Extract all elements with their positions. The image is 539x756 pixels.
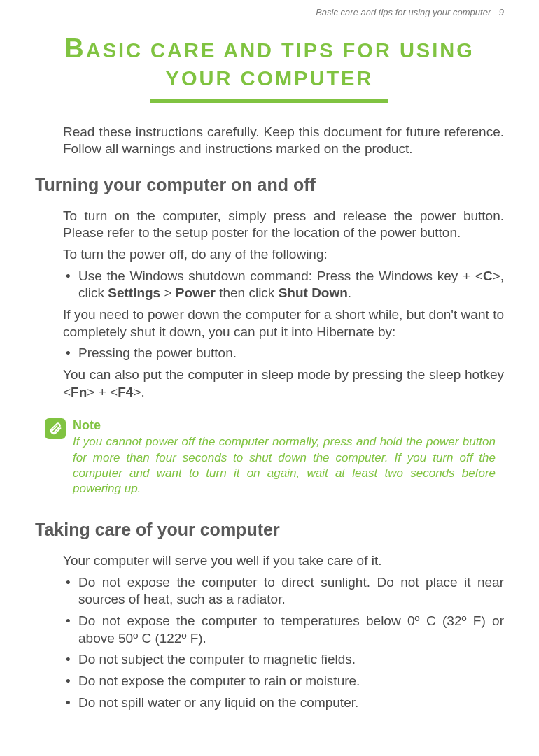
power-label: Power bbox=[176, 285, 216, 300]
note-title: Note bbox=[73, 418, 496, 433]
intro-paragraph: Read these instructions carefully. Keep … bbox=[63, 124, 504, 157]
note-content: Note If you cannot power off the compute… bbox=[73, 418, 496, 496]
bullet-text: . bbox=[348, 285, 351, 300]
section-heading-taking-care: Taking care of your computer bbox=[35, 520, 504, 540]
title-first-letter: B bbox=[64, 34, 85, 63]
sleep-mode-paragraph: You can also put the computer in sleep m… bbox=[63, 366, 504, 401]
title-underline bbox=[150, 99, 388, 103]
care-intro-paragraph: Your computer will serve you well if you… bbox=[63, 552, 504, 570]
key-fn: Fn bbox=[71, 385, 87, 399]
hibernate-bullets: Pressing the power button. bbox=[63, 345, 504, 362]
settings-label: Settings bbox=[108, 285, 160, 300]
sleep-text: > + < bbox=[87, 385, 118, 399]
hibernate-paragraph: If you need to power down the computer f… bbox=[63, 306, 504, 341]
shut-down-label: Shut Down bbox=[279, 285, 348, 300]
list-item: Do not expose the computer to direct sun… bbox=[63, 574, 504, 608]
title-line2: YOUR COMPUTER bbox=[166, 67, 374, 90]
bullet-text: Use the Windows shutdown command: Press … bbox=[78, 269, 483, 283]
list-item: Do not expose the computer to rain or mo… bbox=[63, 673, 504, 690]
power-off-bullets: Use the Windows shutdown command: Press … bbox=[63, 268, 504, 302]
turning-on-paragraph: To turn on the computer, simply press an… bbox=[63, 208, 504, 242]
key-f4: F4 bbox=[118, 385, 133, 399]
list-item: Do not subject the computer to magnetic … bbox=[63, 651, 504, 669]
key-c: C bbox=[483, 269, 493, 283]
sleep-text: >. bbox=[133, 385, 144, 399]
section-heading-turning-on-off: Turning your computer on and off bbox=[35, 175, 504, 195]
page-header: Basic care and tips for using your compu… bbox=[35, 7, 504, 17]
care-bullets: Do not expose the computer to direct sun… bbox=[63, 574, 504, 712]
bullet-text: > bbox=[160, 285, 176, 300]
power-off-intro: To turn the power off, do any of the fol… bbox=[63, 246, 504, 264]
list-item: Do not spill water or any liquid on the … bbox=[63, 694, 504, 712]
title-line1: ASIC CARE AND TIPS FOR USING bbox=[86, 39, 475, 62]
note-callout: Note If you cannot power off the compute… bbox=[35, 411, 504, 504]
list-item: Do not expose the computer to temperatur… bbox=[63, 613, 504, 647]
note-body: If you cannot power off the computer nor… bbox=[73, 434, 496, 496]
document-title: BASIC CARE AND TIPS FOR USING YOUR COMPU… bbox=[35, 31, 504, 92]
press-power-bullet: Pressing the power button. bbox=[63, 345, 504, 362]
windows-shutdown-bullet: Use the Windows shutdown command: Press … bbox=[63, 268, 504, 302]
bullet-text: then click bbox=[216, 285, 279, 300]
paperclip-icon bbox=[45, 418, 66, 439]
